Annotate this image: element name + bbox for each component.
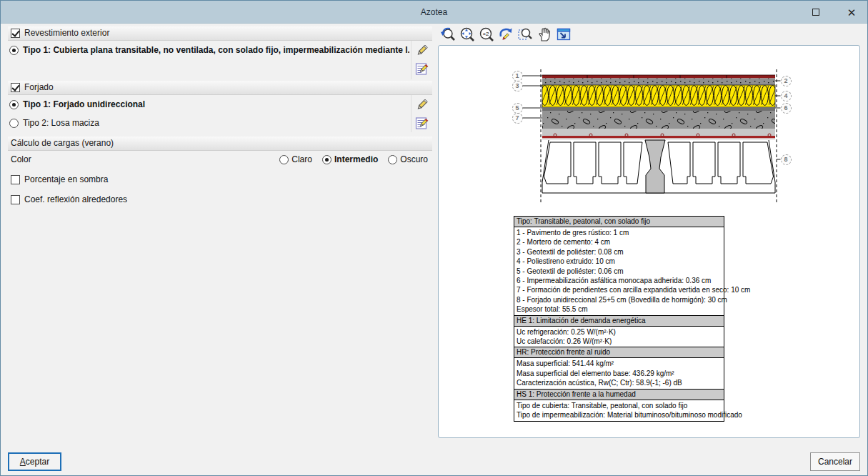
roof-cross-section — [502, 62, 802, 209]
color-oscuro-option[interactable]: Oscuro — [388, 154, 428, 164]
callout-5: 5 — [512, 103, 523, 114]
porcentaje-sombra-label: Porcentaje en sombra — [24, 174, 108, 184]
close-button[interactable]: ✕ — [842, 3, 862, 21]
revestimiento-empty-row — [8, 59, 409, 78]
redraw-button[interactable] — [497, 26, 514, 43]
table-row: 5 - Geotextil de poliéster: 0.06 cm — [514, 267, 724, 276]
table-header-tipo: Tipo: Transitable, peatonal, con solado … — [514, 217, 724, 227]
color-oscuro-label: Oscuro — [400, 154, 428, 164]
section-forjado-header[interactable]: Forjado — [8, 81, 432, 95]
table-section-hr: Masa superficial: 541.44 kg/m² Masa supe… — [514, 358, 724, 388]
callout-4: 4 — [781, 91, 792, 101]
table-row: 8 - Forjado unidireccional 25+5 cm (Bove… — [514, 295, 724, 304]
table-row: Espesor total: 55.5 cm — [514, 304, 724, 314]
zoom-previous-icon — [440, 26, 456, 42]
zoom-extents-icon — [459, 26, 475, 42]
porcentaje-sombra-checkbox[interactable] — [11, 175, 20, 184]
porcentaje-sombra-row[interactable]: Porcentaje en sombra — [8, 171, 432, 188]
table-header-hr: HR: Protección frente al ruido — [514, 347, 724, 358]
zoom-2x-icon: ×2 — [479, 26, 494, 42]
coef-reflexion-row[interactable]: Coef. reflexión alrededores — [8, 191, 432, 208]
preview-panel: 1 3 5 7 2 4 6 8 Tipo: Transitable, peato… — [438, 45, 860, 438]
zoom-window-icon — [517, 26, 533, 42]
section-revestimiento-body: Tipo 1: Cubierta plana transitable, no v… — [8, 41, 432, 79]
forjado-checkbox[interactable] — [11, 83, 20, 92]
forjado-tipo1-label: Tipo 1: Forjado unidireccional — [23, 99, 145, 109]
coef-reflexion-label: Coef. reflexión alrededores — [24, 194, 127, 204]
titlebar[interactable]: Azotea ✕ — [1, 1, 867, 24]
fit-window-button[interactable] — [555, 26, 572, 43]
svg-text:×2: ×2 — [482, 31, 489, 37]
cargas-header-label: Cálculo de cargas (verano) — [11, 137, 114, 150]
table-row: 2 - Mortero de cemento: 4 cm — [514, 237, 724, 247]
maximize-button[interactable] — [806, 3, 826, 21]
section-cargas-header: Cálculo de cargas (verano) — [8, 137, 432, 151]
forjado-icon-column — [411, 95, 432, 132]
roof-section-drawing: 1 3 5 7 2 4 6 8 — [502, 62, 802, 209]
revestimiento-checkbox[interactable] — [11, 29, 20, 38]
forjado-tipo2-radio[interactable] — [9, 119, 19, 128]
pan-hand-icon — [537, 26, 552, 42]
color-intermedio-label: Intermedio — [334, 154, 378, 164]
table-row: 1 - Pavimento de gres rústico: 1 cm — [514, 228, 724, 237]
forjado-tipo1-option[interactable]: Tipo 1: Forjado unidireccional — [8, 95, 409, 114]
table-row: Caracterización acústica, Rw(C; Ctr): 58… — [514, 378, 724, 387]
maximize-icon — [812, 9, 819, 16]
forjado-header-label: Forjado — [24, 81, 54, 94]
view-toolbar: ×2 — [439, 26, 572, 43]
cancel-button[interactable]: Cancelar — [810, 452, 860, 471]
section-forjado-body: Tipo 1: Forjado unidireccional Tipo 2: L… — [8, 95, 432, 132]
color-oscuro-radio[interactable] — [388, 155, 397, 164]
section-revestimiento-header[interactable]: Revestimiento exterior — [8, 26, 432, 41]
edit-forjado-button[interactable] — [415, 95, 429, 114]
revestimiento-tipo1-option[interactable]: Tipo 1: Cubierta plana transitable, no v… — [8, 41, 409, 59]
revestimiento-tipo1-radio[interactable] — [9, 46, 19, 55]
coef-reflexion-checkbox[interactable] — [11, 195, 20, 204]
fit-window-icon — [556, 26, 572, 42]
forjado-tipo2-option[interactable]: Tipo 2: Losa maciza — [8, 114, 409, 132]
pencil-icon — [415, 98, 429, 111]
table-row: Masa superficial del elemento base: 436.… — [514, 369, 724, 378]
color-claro-radio[interactable] — [279, 155, 289, 164]
table-row: Uc calefacción: 0.26 W/(m²·K) — [514, 337, 724, 346]
callout-8: 8 — [781, 154, 792, 165]
zoom-window-button[interactable] — [517, 26, 534, 43]
callout-7: 7 — [512, 113, 523, 124]
redraw-icon — [498, 26, 514, 42]
left-panel: Revestimiento exterior Tipo 1: Cubierta … — [8, 26, 432, 208]
table-header-he1: HE 1: Limitación de demanda energética — [514, 315, 724, 327]
edit-revestimiento-button[interactable] — [415, 41, 429, 59]
zoom-previous-button[interactable] — [439, 26, 457, 43]
revestimiento-tipo1-label: Tipo 1: Cubierta plana transitable, no v… — [23, 45, 409, 55]
color-radio-group: Claro Intermedio Oscuro — [279, 154, 428, 164]
close-icon: ✕ — [847, 7, 857, 18]
pan-button[interactable] — [536, 26, 553, 43]
zoom-2x-button[interactable]: ×2 — [478, 26, 495, 43]
table-row: 7 - Formación de pendientes con arcilla … — [514, 285, 724, 294]
edit-forjado-list-button[interactable] — [415, 114, 429, 132]
table-section-hs1: Tipo de cubierta: Transitable, peatonal,… — [514, 400, 724, 421]
color-intermedio-radio[interactable] — [322, 155, 331, 164]
accept-button[interactable]: Aceptar — [8, 452, 61, 471]
dialog-body: Revestimiento exterior Tipo 1: Cubierta … — [1, 24, 867, 448]
table-section-layers: 1 - Pavimento de gres rústico: 1 cm 2 - … — [514, 227, 724, 315]
callout-1: 1 — [512, 71, 523, 81]
zoom-extents-button[interactable] — [459, 26, 476, 43]
color-claro-label: Claro — [291, 154, 312, 164]
revestimiento-icon-column — [411, 41, 432, 79]
color-row: Color Claro Intermedio Oscuro — [8, 151, 432, 168]
revestimiento-header-label: Revestimiento exterior — [24, 26, 109, 40]
pencil-icon — [415, 44, 429, 57]
forjado-tipo2-label: Tipo 2: Losa maciza — [23, 118, 99, 128]
table-row: 3 - Geotextil de poliéster: 0.08 cm — [514, 247, 724, 257]
color-claro-option[interactable]: Claro — [279, 154, 312, 164]
table-row: Tipo de impermeabilización: Material bit… — [514, 410, 724, 420]
edit-revestimiento-list-button[interactable] — [415, 59, 429, 78]
dialog-footer: Aceptar Cancelar — [1, 448, 867, 475]
forjado-tipo1-radio[interactable] — [9, 100, 19, 109]
callout-2: 2 — [781, 76, 792, 86]
color-label: Color — [11, 154, 31, 164]
callout-6: 6 — [781, 103, 792, 114]
color-intermedio-option[interactable]: Intermedio — [322, 154, 378, 164]
edit-sheet-icon — [415, 116, 429, 130]
